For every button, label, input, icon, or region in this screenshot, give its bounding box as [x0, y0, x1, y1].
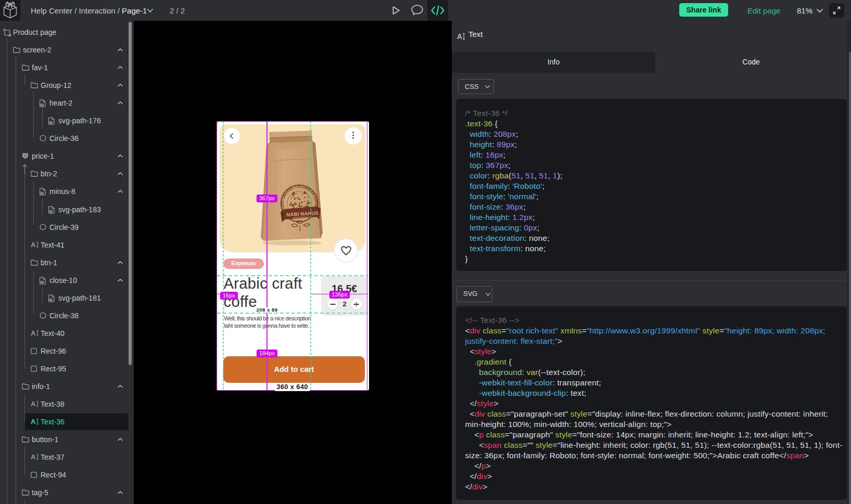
svg-text:A: A [31, 454, 36, 460]
svg-text:A: A [457, 33, 462, 40]
svg-text:A: A [31, 241, 36, 248]
svg-text:A: A [31, 400, 36, 407]
svg-text:A: A [31, 330, 36, 337]
svg-text:A: A [31, 418, 36, 425]
